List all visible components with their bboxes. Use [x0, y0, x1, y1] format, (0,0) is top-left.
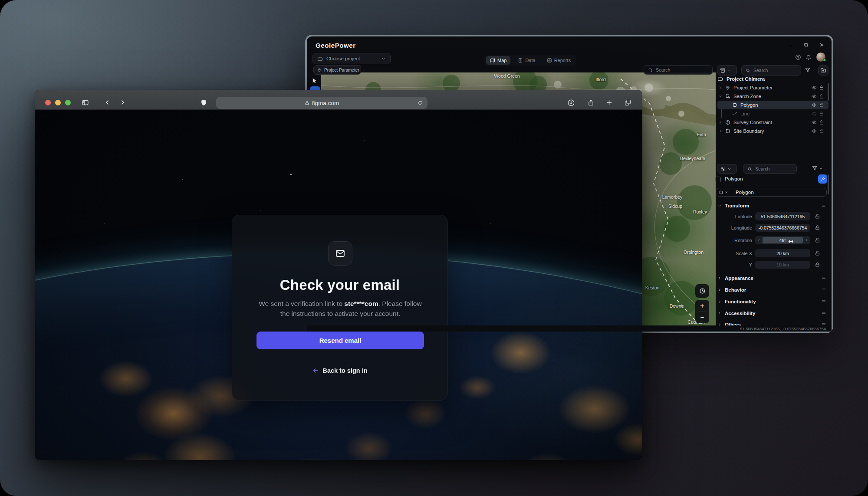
pin-button[interactable]: [818, 174, 827, 184]
polygon-checkbox[interactable]: [715, 177, 721, 182]
search-icon: [746, 68, 750, 73]
folder-plus-icon: [820, 67, 826, 73]
rotation-value[interactable]: 49°: [763, 237, 803, 243]
map-label: Lamorbey: [662, 194, 683, 200]
back-icon[interactable]: [104, 99, 111, 106]
lock-open-icon[interactable]: [819, 85, 824, 90]
lock-open-icon[interactable]: [819, 111, 824, 116]
layer-row-search-zone[interactable]: Search Zone: [717, 92, 829, 101]
lock-closed-icon[interactable]: [815, 262, 820, 267]
survey-pin-icon: [317, 68, 322, 72]
scale-x-input[interactable]: 20 km: [755, 249, 810, 257]
chevron-right-icon: [717, 299, 722, 304]
eye-icon[interactable]: [812, 85, 817, 90]
tab-overview-icon[interactable]: [624, 99, 631, 106]
chevron-right-icon[interactable]: [805, 238, 809, 242]
minimize-button[interactable]: [788, 42, 793, 48]
cursor-tool-icon[interactable]: [311, 77, 318, 84]
longitude-input[interactable]: -0.07552846376666754: [755, 224, 810, 232]
project-root-row[interactable]: Project Chimera: [717, 76, 765, 82]
chevron-right-icon: [717, 288, 722, 292]
eye-icon[interactable]: [812, 120, 817, 125]
new-folder-button[interactable]: [818, 65, 829, 76]
lock-open-icon[interactable]: [819, 94, 824, 99]
traffic-close-button[interactable]: [45, 100, 51, 105]
drag-handle-icon[interactable]: [821, 299, 827, 304]
chevron-right-icon[interactable]: [718, 85, 723, 90]
browser-window: figma.com Check your email We sent a ver…: [35, 90, 642, 460]
zoom-in-button[interactable]: +: [700, 300, 704, 312]
props-search-input[interactable]: Search: [743, 164, 797, 174]
forward-icon[interactable]: [119, 99, 126, 106]
layers-scrollbar[interactable]: [828, 83, 829, 101]
latitude-input[interactable]: 51.506054647112165: [755, 212, 810, 220]
traffic-zoom-button[interactable]: [65, 100, 71, 105]
lock-open-icon[interactable]: [819, 120, 824, 125]
layer-row-site-boundary[interactable]: Site Boundary: [717, 127, 829, 135]
maximize-button[interactable]: [803, 42, 809, 48]
drag-handle-icon[interactable]: [821, 287, 827, 292]
reload-icon[interactable]: [418, 100, 423, 105]
props-mode-select[interactable]: [717, 164, 737, 174]
bell-icon[interactable]: [806, 54, 812, 60]
back-to-sign-in-link[interactable]: Back to sign in: [232, 367, 447, 374]
drag-handle-icon[interactable]: [821, 275, 827, 280]
layer-row-polygon[interactable]: Polygon: [717, 101, 829, 109]
new-tab-icon[interactable]: [605, 99, 613, 106]
address-bar[interactable]: figma.com: [216, 97, 427, 109]
layer-row-survey-constraint[interactable]: Survey Constraint: [717, 118, 829, 127]
tab-reports[interactable]: Reports: [543, 56, 575, 65]
eye-icon[interactable]: [812, 102, 817, 108]
chevron-down-icon[interactable]: [718, 94, 723, 99]
close-button[interactable]: [819, 42, 825, 48]
section-transform[interactable]: Transform: [717, 202, 829, 210]
tab-map[interactable]: Map: [486, 56, 510, 65]
lock-open-icon[interactable]: [815, 237, 820, 243]
section-functionality[interactable]: Functionality: [717, 297, 829, 306]
props-filter-button[interactable]: [812, 165, 823, 171]
project-parameter-select[interactable]: Project Parameter: [313, 65, 361, 75]
chevron-down-icon: [725, 191, 728, 194]
lock-open-icon[interactable]: [819, 102, 824, 108]
section-behavior[interactable]: Behavior: [717, 285, 829, 295]
share-icon[interactable]: [587, 99, 595, 106]
layer-type-select[interactable]: Polygon: [716, 188, 827, 197]
zoom-out-button[interactable]: −: [700, 312, 704, 323]
chevron-right-icon[interactable]: [718, 129, 723, 133]
section-appearance[interactable]: Appearance: [717, 273, 829, 283]
scale-y-input[interactable]: 10 km: [755, 261, 810, 269]
chevron-left-icon[interactable]: [757, 238, 761, 242]
map-label: Wood Green: [494, 73, 519, 79]
section-accessibility[interactable]: Accessibility: [717, 309, 829, 318]
chevron-right-icon[interactable]: [718, 120, 723, 125]
drag-handle-icon[interactable]: [821, 310, 827, 315]
lock-open-icon[interactable]: [819, 128, 824, 134]
lock-open-icon[interactable]: [815, 214, 820, 219]
lock-open-icon[interactable]: [815, 250, 820, 256]
choose-project-select[interactable]: Choose project: [312, 53, 391, 64]
help-icon[interactable]: [795, 54, 801, 60]
layer-row-project-parameter[interactable]: Project Parameter: [717, 84, 829, 92]
map-search-input[interactable]: Search: [644, 65, 713, 75]
downloads-icon[interactable]: [567, 99, 575, 107]
shield-icon[interactable]: [200, 99, 207, 106]
pinned-layer-label: Polygon: [725, 176, 743, 181]
sidebar-toggle-icon[interactable]: [82, 99, 89, 106]
eye-off-icon[interactable]: [812, 111, 817, 116]
map-history-button[interactable]: [695, 284, 709, 298]
lock-open-icon[interactable]: [815, 225, 820, 230]
eye-icon[interactable]: [812, 94, 817, 99]
eye-icon[interactable]: [812, 128, 817, 134]
layers-filter-button[interactable]: [805, 67, 816, 73]
rotation-stepper[interactable]: 49°: [755, 236, 810, 244]
layers-mode-select[interactable]: [717, 65, 737, 76]
arrow-left-icon: [312, 367, 319, 374]
verify-email-card: Check your email We sent a verification …: [232, 215, 448, 401]
traffic-minimize-button[interactable]: [55, 100, 61, 105]
layers-search-input[interactable]: Search: [741, 65, 801, 76]
resend-email-button[interactable]: Resend email: [256, 332, 424, 349]
drag-handle-icon[interactable]: [821, 203, 827, 208]
props-scrollbar[interactable]: [828, 174, 829, 194]
layer-row-line[interactable]: Line: [717, 110, 829, 118]
tab-data[interactable]: Data: [514, 56, 539, 65]
